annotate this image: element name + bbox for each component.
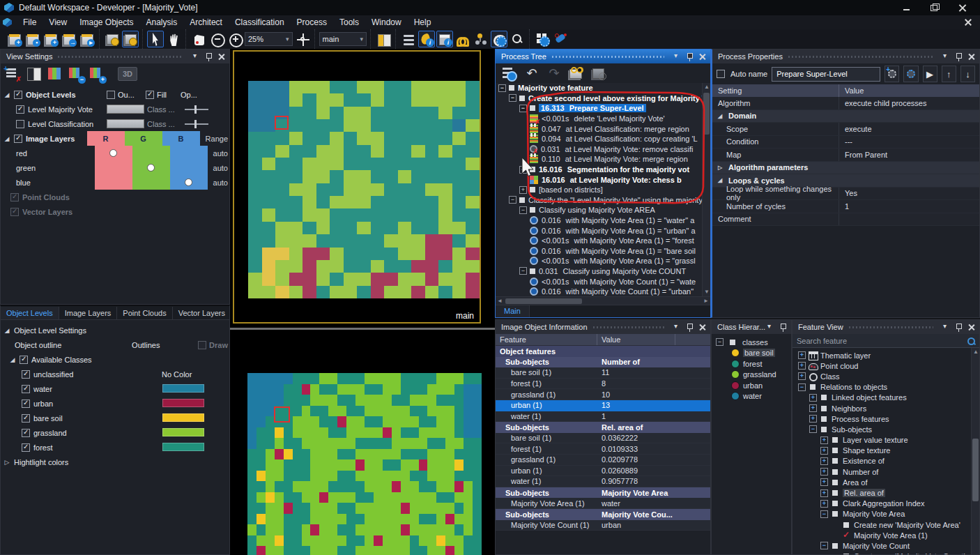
class-item[interactable]: urban (716, 380, 791, 391)
tree-expander-icon[interactable]: + (809, 394, 817, 402)
tree-expander-icon[interactable]: + (798, 372, 806, 380)
pin-icon[interactable] (204, 52, 214, 62)
feature-tree-row[interactable]: +Class (793, 371, 979, 381)
panel-drag-handle[interactable] (58, 56, 183, 58)
tab-image-layers[interactable]: Image Layers (59, 307, 118, 319)
tab-vector-layers[interactable]: Vector Layers (173, 307, 230, 319)
close-icon[interactable] (966, 52, 977, 62)
close-icon[interactable] (697, 322, 707, 333)
feature-tree-row[interactable]: −Majority Vote Area (793, 509, 979, 519)
class-row[interactable]: forest (3, 440, 228, 455)
feature-tree-row[interactable]: +Number of (793, 466, 979, 477)
chevron-down-icon[interactable] (672, 52, 682, 62)
load-processes-icon[interactable] (590, 65, 607, 82)
tree-expander-icon[interactable]: + (820, 457, 828, 465)
feature-view-toggle-icon[interactable] (436, 31, 453, 47)
process-tree-row[interactable]: −16.313Prepare Super-Level (496, 103, 710, 114)
feature-tree-row[interactable]: Create new 'Majority Vote Area' (793, 519, 979, 530)
tab-main[interactable]: Main (496, 305, 530, 317)
expander-triangle-icon[interactable]: ◢ (718, 177, 725, 183)
majority-vote-level-map[interactable] (248, 81, 480, 298)
workspace-settings-icon[interactable] (534, 31, 551, 47)
class-checkbox[interactable] (22, 370, 30, 379)
open-workspace-icon[interactable]: ▸ (79, 31, 95, 47)
menu-help[interactable]: Help (408, 16, 438, 29)
process-tree-toggle-icon[interactable] (400, 31, 417, 47)
process-tree-row[interactable]: <0.001swith Majority Vote Area (1) = "fo… (496, 236, 710, 246)
panel-drag-handle[interactable] (552, 56, 664, 58)
zoom-select-icon[interactable] (190, 31, 207, 47)
zoom-in-icon[interactable] (227, 31, 243, 47)
property-row[interactable]: MapFrom Parent (712, 149, 979, 162)
cursor-tool-icon[interactable] (147, 31, 164, 47)
chevron-down-icon[interactable] (191, 52, 201, 62)
zoom-window-icon[interactable] (509, 31, 526, 47)
process-tree-row[interactable]: <0.001sdelete 'Level Majority Vote' (496, 114, 710, 124)
feature-tree-row[interactable]: +Neighbors (793, 403, 979, 413)
process-name-input[interactable] (772, 67, 880, 82)
save-image-data-icon[interactable] (122, 31, 139, 47)
feature-tree-row[interactable]: +Clark Aggregation Index (793, 499, 979, 509)
class-item[interactable]: water (716, 391, 791, 402)
minimize-button[interactable] (902, 3, 912, 12)
zoom-level-select[interactable]: 25%▾ (245, 32, 293, 46)
single-pane-icon[interactable] (26, 66, 43, 82)
panel-drag-handle[interactable] (788, 56, 933, 58)
tree-expander-icon[interactable]: − (519, 166, 527, 174)
level-color-swatch[interactable] (107, 105, 144, 114)
move-up-button[interactable]: ↑ (942, 66, 956, 82)
process-tree-row[interactable]: −Create second level above existing for … (496, 93, 710, 104)
settings-button[interactable] (903, 66, 918, 82)
channel-cell-g[interactable] (132, 160, 170, 175)
tree-expander-icon[interactable]: − (809, 425, 817, 433)
image-layer-row[interactable]: greenauto (3, 160, 228, 175)
feature-tree-row[interactable]: +Thematic layer (793, 350, 979, 360)
move-down-button[interactable]: ↓ (960, 66, 975, 82)
feature-row[interactable]: water (1)1 (496, 411, 710, 423)
process-tree-row[interactable]: 0.016with Majority Vote Area (1) = "wate… (496, 215, 710, 226)
tree-expander-icon[interactable]: − (509, 196, 516, 204)
feature-row[interactable]: forest (1)0.0109333 (496, 443, 710, 455)
undo-icon[interactable]: ↶ (523, 65, 540, 82)
object-outline-row[interactable]: Object outlineOutlinesDraw (3, 337, 228, 352)
save-process-icon[interactable] (501, 65, 518, 82)
restore-button[interactable] (930, 3, 940, 12)
class-checkbox[interactable] (22, 414, 30, 423)
tree-expander-icon[interactable]: + (798, 362, 806, 370)
available-classes-checkbox[interactable] (20, 356, 28, 364)
menu-image-objects[interactable]: Image Objects (73, 16, 139, 29)
object-levels-checkbox[interactable] (14, 91, 22, 99)
close-icon[interactable] (966, 322, 977, 333)
class-item[interactable]: bare soil (716, 348, 791, 359)
menu-analysis[interactable]: Analysis (140, 16, 184, 29)
feature-row[interactable]: Majority Vote Area (1)water (496, 498, 710, 509)
auto-name-checkbox[interactable] (717, 70, 725, 78)
tree-expander-icon[interactable]: − (498, 84, 506, 92)
view-settings-toggle-icon[interactable] (491, 31, 507, 47)
process-tree-row[interactable]: <0.001swith Majority Vote Count (1) = "w… (496, 276, 710, 287)
class-hierarchy-toggle-icon[interactable] (454, 31, 471, 47)
property-row[interactable]: Scopeexecute (712, 123, 979, 136)
pin-icon[interactable] (954, 52, 964, 62)
level-row[interactable]: Level Majority VoteClass ... (3, 102, 228, 116)
split-view-icon[interactable] (375, 31, 392, 47)
pin-icon[interactable] (684, 322, 695, 333)
feature-row[interactable]: bare soil (1)0.0362222 (496, 433, 710, 444)
class-item[interactable]: forest (716, 358, 791, 370)
class-color-swatch[interactable] (162, 442, 205, 452)
feature-row[interactable]: grassland (1)10 (496, 389, 710, 400)
channel-radio[interactable] (185, 178, 192, 186)
process-tree-row[interactable]: −16.016Segmentation for the majority vot (496, 165, 710, 175)
opacity-slider[interactable] (185, 123, 208, 125)
add-layer-icon[interactable]: + (43, 31, 59, 47)
tree-expander-icon[interactable]: − (519, 105, 527, 112)
image-object-info-toggle-icon[interactable] (418, 31, 435, 47)
feature-tree-row[interactable]: +Layer value texture (793, 435, 979, 446)
rgb-pane-icon[interactable] (47, 66, 63, 82)
feature-view-vertical-scrollbar[interactable]: ▲ (971, 348, 979, 554)
menu-classification[interactable]: Classification (229, 16, 291, 29)
pin-icon[interactable] (684, 52, 695, 62)
feature-tree-row[interactable]: +Rel. area of (793, 487, 979, 498)
level-color-swatch[interactable] (107, 119, 144, 128)
opacity-slider[interactable] (185, 109, 208, 110)
